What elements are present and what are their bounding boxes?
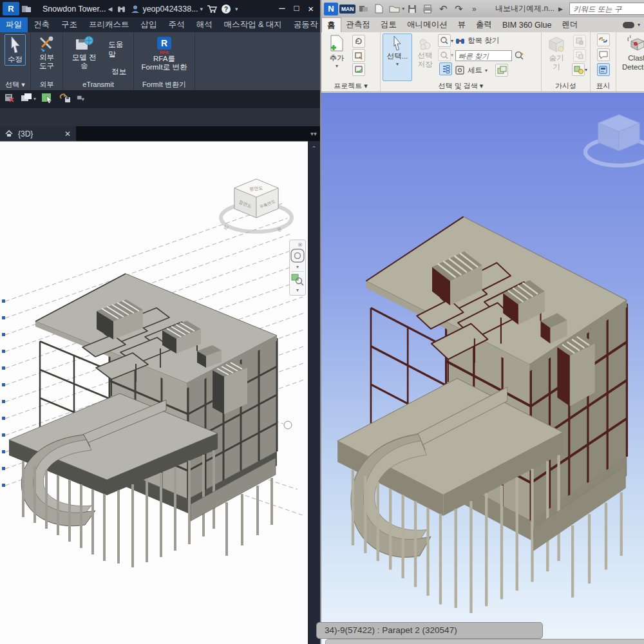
select-box-icon[interactable]: [41, 93, 54, 106]
redo-icon[interactable]: ↷: [451, 3, 466, 15]
quick-find-icon[interactable]: [515, 51, 525, 61]
select-same-button[interactable]: [438, 34, 451, 47]
external-tools-button[interactable]: 외부 도구: [35, 34, 59, 71]
tab-animation[interactable]: 애니메이션: [402, 17, 453, 32]
tab-analyze[interactable]: 해석: [191, 17, 218, 32]
tab-structure[interactable]: 구조: [55, 17, 83, 32]
project-panel-label[interactable]: 프로젝트 ▾: [321, 81, 380, 91]
svg-text:R: R: [161, 38, 167, 48]
new-file-icon[interactable]: [371, 3, 386, 15]
tab-viewpoint[interactable]: 관측점: [341, 17, 376, 32]
select-instances-dropdown-icon[interactable]: ▾: [451, 52, 453, 58]
paste-disabled-icon[interactable]: [4, 93, 15, 106]
rfa-to-formit-button[interactable]: R RFA RFA를 FormIt로 변환: [139, 34, 190, 73]
tab-review[interactable]: 검토: [375, 17, 402, 32]
help-button[interactable]: 도움말: [104, 39, 133, 60]
select-same-dropdown-icon[interactable]: ▾: [451, 38, 453, 44]
ribbon-display-dropdown-icon[interactable]: ▾: [638, 22, 640, 28]
tab-bim360glue[interactable]: BIM 360 Glue: [497, 17, 556, 32]
tab-render[interactable]: 렌더: [556, 17, 583, 32]
append-button[interactable]: 추가 ▾: [327, 33, 347, 81]
open-file-icon[interactable]: [386, 3, 402, 15]
close-button[interactable]: ×: [308, 3, 314, 14]
transmit-model-button[interactable]: 모델 전송: [66, 34, 102, 71]
reset-all-button[interactable]: [352, 49, 365, 62]
save-selection-button[interactable]: 선택 저장: [414, 33, 436, 81]
unhide-all-button[interactable]: [572, 63, 585, 76]
info-button[interactable]: 정보: [108, 66, 130, 77]
wheel-dropdown-icon[interactable]: ▾: [296, 264, 299, 270]
maximize-button[interactable]: □: [294, 3, 299, 14]
tab-file[interactable]: 파일: [0, 17, 28, 32]
help-dropdown-icon[interactable]: ▾: [235, 6, 238, 12]
quick-find-input[interactable]: 빠른 찾기: [455, 50, 512, 61]
building-model[interactable]: [9, 274, 277, 567]
interoperability-icon[interactable]: [19, 3, 33, 15]
toolbar-overflow-icon[interactable]: ▀▾: [77, 96, 84, 102]
app-store-cart-icon[interactable]: [205, 3, 219, 15]
find-items-button[interactable]: 항목 찾기: [455, 34, 499, 47]
steering-wheel-icon[interactable]: [290, 249, 305, 263]
tab-home[interactable]: 홈: [321, 17, 341, 32]
link-save-icon[interactable]: [59, 93, 72, 106]
hide-button[interactable]: 숨기기: [544, 33, 569, 81]
hide-unselected-button[interactable]: [573, 49, 586, 62]
zoom-dropdown-icon[interactable]: ▾: [296, 287, 299, 293]
clash-detective-button[interactable]: Clash Detective: [620, 33, 644, 81]
properties-button[interactable]: [597, 63, 610, 76]
view-tab-overflow-icon[interactable]: ▾▾: [310, 126, 320, 141]
ribbon-display-icon[interactable]: [622, 21, 635, 29]
zoom-region-icon[interactable]: [291, 273, 304, 286]
tab-precast[interactable]: 프리캐스트: [83, 17, 135, 32]
navisworks-3d-viewport[interactable]: 34)-9(57422) : Parapet 2 (320547): [321, 93, 644, 644]
refresh-button[interactable]: [352, 35, 365, 48]
navisworks-app-icon[interactable]: N: [324, 3, 338, 15]
account-icon[interactable]: [128, 3, 142, 15]
tab-collaborate[interactable]: 공동작: [288, 17, 324, 32]
title-next-icon[interactable]: ▶: [558, 6, 563, 12]
select-button[interactable]: 선택... ▾: [383, 33, 412, 81]
tab-massing-site[interactable]: 매스작업 & 대지: [218, 17, 288, 32]
search-input[interactable]: 키워드 또는 구: [569, 3, 644, 15]
tab-architecture[interactable]: 건축: [28, 17, 55, 32]
selection-panel-label[interactable]: 선택 및 검색 ▾: [381, 81, 541, 91]
save-icon[interactable]: [404, 3, 420, 15]
title-prev-icon[interactable]: ◀: [108, 6, 112, 12]
search-icon[interactable]: [114, 3, 128, 15]
external-panel-label: 외부: [31, 79, 62, 90]
selection-tree-button[interactable]: [439, 62, 452, 75]
print-icon[interactable]: [420, 3, 435, 15]
window-menu-icon[interactable]: [355, 3, 371, 15]
select-instances-button[interactable]: [438, 48, 451, 61]
modify-button[interactable]: 수정: [5, 34, 26, 66]
minimize-button[interactable]: ─: [279, 3, 285, 14]
sets-manager-button[interactable]: [495, 64, 508, 77]
select-panel-label[interactable]: 선택 ▾: [0, 79, 30, 90]
sets-button[interactable]: 세트: [468, 66, 482, 75]
links-button[interactable]: [597, 33, 610, 46]
hide-icon: [548, 36, 565, 54]
viewcube[interactable]: 평면도 정면도 우측면도 남 동: [221, 179, 292, 232]
sets-dropdown-icon[interactable]: ▾: [485, 68, 488, 73]
file-options-button[interactable]: [352, 63, 365, 76]
tab-insert[interactable]: 삽입: [135, 17, 163, 32]
qat-more-icon[interactable]: »: [466, 3, 482, 15]
user-dropdown-icon[interactable]: ▾: [200, 6, 204, 12]
unhide-dropdown-icon[interactable]: ▾: [585, 67, 587, 73]
tab-view[interactable]: 뷰: [453, 17, 471, 32]
quick-properties-button[interactable]: [597, 48, 610, 61]
grid-bubble: [284, 421, 292, 429]
view-tab-3d[interactable]: {3D} ✕: [0, 126, 76, 141]
tab-annotate[interactable]: 주석: [163, 17, 191, 32]
tab-output[interactable]: 출력: [471, 17, 497, 32]
undo-icon[interactable]: ↶: [435, 3, 451, 15]
revit-3d-viewport[interactable]: 평면도 정면도 우측면도 남 동 ▾ ▾: [0, 141, 308, 644]
revit-app-icon[interactable]: R: [3, 2, 19, 15]
viewport-scrollbar[interactable]: ⌃: [308, 141, 320, 644]
close-view-icon[interactable]: ✕: [64, 129, 71, 138]
signed-in-user[interactable]: yeop0424338...: [142, 5, 198, 14]
require-button[interactable]: [573, 35, 586, 48]
help-icon[interactable]: ?: [219, 3, 233, 15]
windows-cascade-icon[interactable]: ▾: [21, 93, 36, 106]
navbar-close-icon[interactable]: [292, 242, 303, 247]
